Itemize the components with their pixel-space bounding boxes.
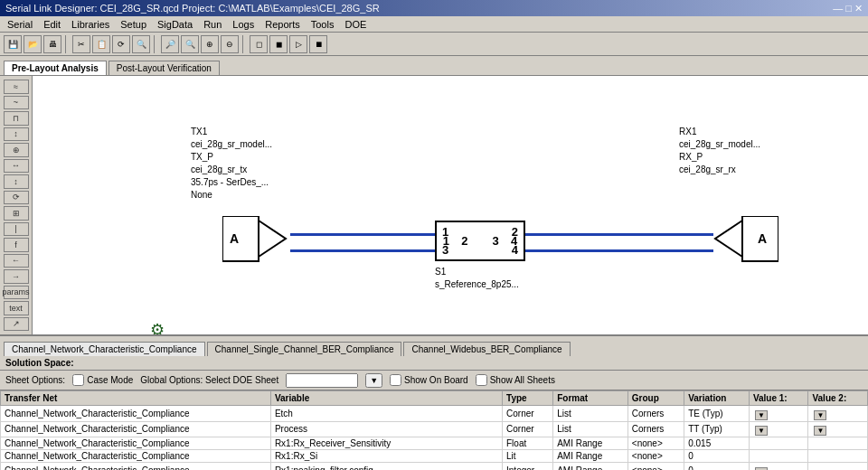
menu-item-doe[interactable]: DOE bbox=[339, 18, 372, 31]
maximize-btn[interactable]: □ bbox=[845, 3, 852, 14]
table-cell-2-1[interactable]: Rx1:Rx_Receiver_Sensitivity bbox=[270, 437, 502, 450]
close-btn[interactable]: ✕ bbox=[854, 3, 863, 14]
table-cell-0-0[interactable]: Channel_Network_Characteristic_Complianc… bbox=[1, 406, 271, 422]
bottom-tab-0[interactable]: Channel_Network_Characteristic_Complianc… bbox=[4, 342, 205, 356]
channel-block[interactable]: 1 2 3 4 bbox=[435, 221, 525, 261]
toolbar-btn-8[interactable]: 🔍 bbox=[181, 35, 199, 53]
toolbar-btn-10[interactable]: ⊖ bbox=[221, 35, 239, 53]
tx-block[interactable]: A bbox=[222, 216, 290, 266]
table-cell-3-2[interactable]: Lit bbox=[503, 450, 553, 463]
bottom-tab-1[interactable]: Channel_Single_Channel_BER_Compliance bbox=[207, 342, 402, 356]
menu-item-serial[interactable]: Serial bbox=[2, 18, 38, 31]
table-cell-1-7[interactable]: ▼ bbox=[808, 421, 868, 437]
table-cell-0-6[interactable]: ▼ bbox=[749, 406, 808, 422]
toolbar-btn-7[interactable]: 🔎 bbox=[161, 35, 179, 53]
analysis-tab-1[interactable]: Post-Layout Verification bbox=[108, 61, 220, 75]
show-on-board-checkbox[interactable] bbox=[390, 374, 401, 386]
table-cell-4-7[interactable] bbox=[808, 463, 868, 471]
left-btn-15[interactable]: ↗ bbox=[4, 317, 29, 332]
menu-item-edit[interactable]: Edit bbox=[38, 18, 66, 31]
menu-item-sigdata[interactable]: SigData bbox=[152, 18, 198, 31]
table-cell-0-1[interactable]: Etch bbox=[270, 406, 502, 422]
table-cell-1-1[interactable]: Process bbox=[270, 421, 502, 437]
left-btn-14[interactable]: text bbox=[4, 301, 29, 315]
toolbar-btn-3[interactable]: ✂ bbox=[72, 35, 90, 53]
table-cell-3-3[interactable]: AMI Range bbox=[553, 450, 628, 463]
menu-item-libraries[interactable]: Libraries bbox=[66, 18, 115, 31]
table-cell-0-3[interactable]: List bbox=[553, 406, 628, 422]
rx-block[interactable]: A bbox=[711, 216, 778, 266]
table-cell-3-7[interactable] bbox=[808, 450, 868, 463]
table-cell-3-1[interactable]: Rx1:Rx_Si bbox=[270, 450, 502, 463]
table-cell-1-6[interactable]: ▼ bbox=[749, 421, 808, 437]
table-cell-2-6[interactable] bbox=[749, 437, 808, 450]
doe-input[interactable] bbox=[286, 373, 358, 388]
menu-item-reports[interactable]: Reports bbox=[259, 18, 306, 31]
table-cell-4-3[interactable]: AMI Range bbox=[553, 463, 628, 471]
table-cell-2-2[interactable]: Float bbox=[503, 437, 553, 450]
dropdown-arrow-v2-1[interactable]: ▼ bbox=[814, 426, 826, 436]
left-btn-7[interactable]: ⟳ bbox=[4, 191, 29, 205]
left-btn-4[interactable]: ⊕ bbox=[4, 143, 29, 157]
left-btn-12[interactable]: → bbox=[4, 269, 29, 284]
left-btn-2[interactable]: ⊓ bbox=[4, 111, 29, 126]
menu-item-tools[interactable]: Tools bbox=[306, 18, 340, 31]
table-cell-4-0[interactable]: Channel_Network_Characteristic_Complianc… bbox=[1, 463, 271, 471]
table-cell-4-5[interactable]: 0 bbox=[684, 463, 750, 471]
toolbar-btn-1[interactable]: 📂 bbox=[24, 35, 42, 53]
table-cell-4-4[interactable]: <none> bbox=[627, 463, 684, 471]
table-cell-0-4[interactable]: Corners bbox=[627, 406, 684, 422]
table-cell-2-5[interactable]: 0.015 bbox=[684, 437, 750, 450]
dropdown-arrow-v1-0[interactable]: ▼ bbox=[755, 410, 768, 420]
toolbar-btn-13[interactable]: ▷ bbox=[289, 35, 307, 53]
toolbar-btn-12[interactable]: ◼ bbox=[269, 35, 288, 53]
minimize-btn[interactable]: — bbox=[833, 3, 843, 14]
left-btn-13[interactable]: params bbox=[4, 286, 29, 300]
table-row[interactable]: Channel_Network_Characteristic_Complianc… bbox=[1, 421, 868, 437]
table-cell-0-2[interactable]: Corner bbox=[503, 406, 553, 422]
table-cell-2-4[interactable]: <none> bbox=[627, 437, 684, 450]
toolbar-btn-2[interactable]: 🖶 bbox=[43, 35, 61, 53]
case-mode-checkbox[interactable] bbox=[72, 374, 84, 386]
toolbar-btn-0[interactable]: 💾 bbox=[4, 35, 22, 53]
table-row[interactable]: Channel_Network_Characteristic_Complianc… bbox=[1, 437, 868, 450]
toolbar-btn-9[interactable]: ⊕ bbox=[201, 35, 219, 53]
toolbar-btn-5[interactable]: ⟳ bbox=[112, 35, 130, 53]
dropdown-arrow-v1-4[interactable]: ▼ bbox=[755, 467, 768, 471]
toolbar-btn-11[interactable]: ◻ bbox=[250, 35, 268, 53]
analysis-tab-0[interactable]: Pre-Layout Analysis bbox=[4, 61, 107, 75]
menu-item-setup[interactable]: Setup bbox=[115, 18, 152, 31]
canvas-area[interactable]: TX1 cei_28g_sr_model... TX_P cei_28g_sr_… bbox=[33, 76, 868, 334]
table-cell-1-2[interactable]: Corner bbox=[503, 421, 553, 437]
toolbar-btn-4[interactable]: 📋 bbox=[92, 35, 110, 53]
table-cell-4-2[interactable]: Integer bbox=[503, 463, 553, 471]
table-cell-4-1[interactable]: Rx1:peaking_filter.config bbox=[270, 463, 502, 471]
table-cell-3-4[interactable]: <none> bbox=[627, 450, 684, 463]
table-cell-0-7[interactable]: ▼ bbox=[808, 406, 868, 422]
left-btn-1[interactable]: ~ bbox=[4, 96, 29, 110]
menu-item-run[interactable]: Run bbox=[198, 18, 227, 31]
table-cell-3-6[interactable] bbox=[749, 450, 808, 463]
table-row[interactable]: Channel_Network_Characteristic_Complianc… bbox=[1, 450, 868, 463]
table-cell-1-4[interactable]: Corners bbox=[627, 421, 684, 437]
menu-item-logs[interactable]: Logs bbox=[227, 18, 259, 31]
toolbar-btn-14[interactable]: ⏹ bbox=[309, 35, 327, 53]
dropdown-arrow-v1-1[interactable]: ▼ bbox=[755, 426, 768, 436]
table-cell-3-0[interactable]: Channel_Network_Characteristic_Complianc… bbox=[1, 450, 271, 463]
table-cell-2-0[interactable]: Channel_Network_Characteristic_Complianc… bbox=[1, 437, 271, 450]
table-cell-1-0[interactable]: Channel_Network_Characteristic_Complianc… bbox=[1, 421, 271, 437]
dropdown-arrow-v2-0[interactable]: ▼ bbox=[814, 410, 826, 420]
table-row[interactable]: Channel_Network_Characteristic_Complianc… bbox=[1, 463, 868, 471]
left-btn-3[interactable]: ↕ bbox=[4, 127, 29, 142]
bottom-tab-2[interactable]: Channel_Widebus_BER_Compliance bbox=[403, 342, 570, 356]
left-btn-0[interactable]: ≈ bbox=[4, 80, 29, 94]
left-btn-5[interactable]: ↔ bbox=[4, 159, 29, 174]
left-btn-11[interactable]: ← bbox=[4, 254, 29, 268]
show-all-sheets-checkbox[interactable] bbox=[476, 374, 487, 386]
table-row[interactable]: Channel_Network_Characteristic_Complianc… bbox=[1, 406, 868, 422]
table-cell-4-6[interactable]: ▼ bbox=[749, 463, 808, 471]
table-cell-3-5[interactable]: 0 bbox=[684, 450, 750, 463]
table-cell-2-7[interactable] bbox=[808, 437, 868, 450]
left-btn-6[interactable]: ↕ bbox=[4, 174, 29, 189]
table-cell-1-5[interactable]: TT (Typ) bbox=[684, 421, 750, 437]
